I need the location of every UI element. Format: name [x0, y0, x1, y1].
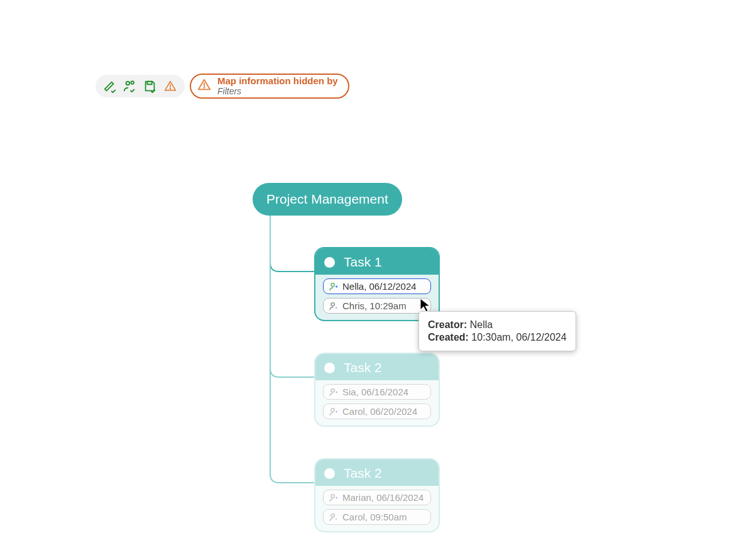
filter-warning-text: Map information hidden by Filters	[217, 76, 338, 96]
chip-text: Carol, 06/20/2024	[342, 406, 417, 417]
filter-warning-pill[interactable]: Map information hidden by Filters	[190, 74, 349, 99]
bullet-icon	[324, 468, 335, 479]
creator-chip[interactable]: Marian, 06/16/2024	[323, 490, 431, 505]
user-plus-icon	[329, 407, 339, 417]
alert-triangle-icon[interactable]	[163, 79, 177, 93]
task-title: Task 2	[344, 466, 382, 481]
chip-text: Nella, 06/12/2024	[342, 281, 417, 292]
alert-triangle-icon	[197, 78, 211, 94]
editor-chip[interactable]: Chris, 10:29am	[323, 298, 431, 314]
tooltip-creator-value: Nella	[470, 319, 493, 330]
filter-warning-line1: Map information hidden by	[217, 76, 338, 87]
task-card-head[interactable]: Task 2	[315, 459, 439, 486]
save-check-icon[interactable]	[143, 79, 157, 93]
user-edit-icon	[329, 512, 339, 522]
task-title: Task 2	[344, 360, 382, 375]
svg-rect-2	[147, 82, 151, 85]
bullet-icon	[324, 257, 335, 268]
filter-warning-line2: Filters	[217, 87, 338, 96]
bullet-icon	[324, 363, 335, 373]
svg-point-0	[126, 82, 130, 85]
svg-point-14	[336, 518, 337, 519]
user-plus-icon	[329, 282, 339, 292]
creator-chip[interactable]: Carol, 06/20/2024	[323, 404, 431, 419]
tooltip-created-label: Created:	[428, 332, 469, 343]
svg-point-13	[331, 513, 334, 517]
toolbar: Map information hidden by Filters	[96, 74, 349, 99]
tooltip-created-value: 10:30am, 06/12/2024	[471, 332, 566, 343]
cursor-icon	[418, 297, 434, 312]
creator-tooltip: Creator: Nella Created: 10:30am, 06/12/2…	[418, 311, 576, 351]
chip-text: Chris, 10:29am	[342, 300, 407, 311]
task-card-head[interactable]: Task 2	[315, 354, 439, 380]
task-card-2[interactable]: Task 2 Sia, 06/16/2024 Carol, 06/20/2024	[314, 353, 440, 427]
toolbar-icon-cluster	[96, 75, 185, 97]
task-card-3[interactable]: Task 2 Marian, 06/16/2024 Carol, 09:50am	[314, 458, 440, 532]
editor-chip[interactable]: Carol, 09:50am	[323, 509, 431, 525]
svg-point-11	[331, 408, 334, 411]
svg-point-6	[204, 87, 204, 88]
task-card-head[interactable]: Task 1	[315, 248, 439, 275]
svg-point-10	[331, 388, 334, 392]
svg-point-1	[131, 81, 134, 84]
user-plus-icon	[329, 493, 339, 503]
svg-point-7	[331, 283, 334, 286]
chip-text: Carol, 09:50am	[342, 512, 407, 522]
creator-chip[interactable]: Sia, 06/16/2024	[323, 384, 431, 400]
user-plus-icon	[329, 387, 339, 397]
svg-point-4	[170, 89, 171, 89]
task-title: Task 1	[344, 255, 382, 270]
users-check-icon[interactable]	[123, 79, 137, 93]
svg-point-9	[336, 307, 337, 308]
tooltip-creator-label: Creator:	[428, 319, 467, 330]
root-node[interactable]: Project Management	[253, 183, 402, 216]
edit-check-icon[interactable]	[103, 79, 117, 93]
user-edit-icon	[329, 301, 339, 311]
root-node-label: Project Management	[266, 192, 388, 206]
chip-text: Marian, 06/16/2024	[342, 492, 423, 503]
svg-point-12	[331, 494, 334, 497]
svg-point-8	[331, 302, 334, 305]
creator-chip[interactable]: Nella, 06/12/2024	[323, 278, 431, 294]
chip-text: Sia, 06/16/2024	[342, 387, 408, 397]
